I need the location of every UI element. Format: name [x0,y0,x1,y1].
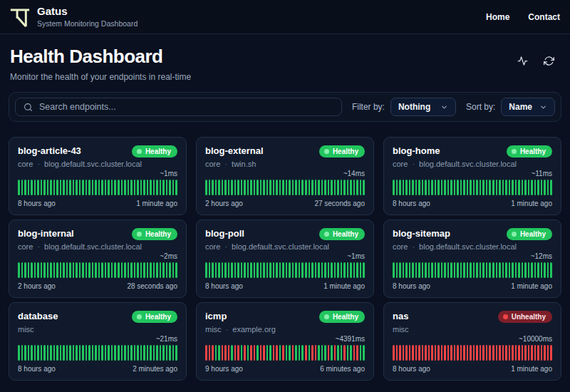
uptime-bar-success[interactable] [305,262,307,278]
uptime-bar-success[interactable] [231,180,233,195]
uptime-bar-success[interactable] [34,345,36,361]
uptime-bar-success[interactable] [153,345,155,361]
uptime-bar-success[interactable] [403,180,405,195]
uptime-bar-success[interactable] [522,262,524,278]
uptime-bar-failure[interactable] [254,345,256,361]
uptime-bar-success[interactable] [534,262,537,278]
uptime-bar-success[interactable] [279,345,281,361]
uptime-bar-success[interactable] [309,262,311,278]
uptime-bar-success[interactable] [76,180,78,195]
uptime-bar-success[interactable] [470,262,472,278]
uptime-bar-success[interactable] [473,180,475,195]
uptime-bar-success[interactable] [295,262,297,278]
uptime-bar-success[interactable] [279,180,281,195]
uptime-bar-failure[interactable] [403,345,405,361]
uptime-bar-success[interactable] [175,345,177,361]
uptime-bar-success[interactable] [247,345,249,361]
uptime-bar-failure[interactable] [489,345,491,361]
uptime-bar-success[interactable] [118,180,120,195]
uptime-bar-success[interactable] [447,262,450,278]
uptime-bar-success[interactable] [289,180,291,195]
uptime-bar-success[interactable] [128,180,130,195]
uptime-bar-success[interactable] [492,262,494,278]
uptime-bar-success[interactable] [403,262,405,278]
uptime-bar-success[interactable] [393,262,395,278]
uptime-bar-failure[interactable] [418,345,420,361]
uptime-bar-failure[interactable] [405,345,408,361]
uptime-bar-success[interactable] [360,180,362,195]
uptime-bar-success[interactable] [241,180,243,195]
uptime-bar-failure[interactable] [422,345,424,361]
uptime-bar-success[interactable] [431,262,433,278]
uptime-bar-success[interactable] [405,180,408,195]
uptime-bar-failure[interactable] [328,345,330,361]
uptime-bar-success[interactable] [56,345,58,361]
uptime-bar-failure[interactable] [334,345,336,361]
uptime-bar-success[interactable] [502,262,504,278]
uptime-bar-success[interactable] [172,180,175,195]
uptime-bar-success[interactable] [460,262,462,278]
uptime-bar-success[interactable] [121,180,123,195]
uptime-bar-success[interactable] [224,262,227,278]
uptime-bar-success[interactable] [162,345,165,361]
uptime-bar-success[interactable] [321,345,323,361]
nav-home-link[interactable]: Home [486,12,509,22]
uptime-bar-failure[interactable] [496,345,498,361]
uptime-bar-success[interactable] [266,345,269,361]
uptime-bar-success[interactable] [218,262,220,278]
uptime-bar-success[interactable] [31,345,33,361]
uptime-bar-success[interactable] [399,180,401,195]
uptime-bar-success[interactable] [467,180,469,195]
uptime-bar-success[interactable] [531,262,533,278]
uptime-bar-success[interactable] [18,345,20,361]
uptime-bar-success[interactable] [79,345,81,361]
uptime-bar-success[interactable] [160,180,162,195]
uptime-bar-failure[interactable] [353,345,356,361]
uptime-bar-failure[interactable] [356,345,358,361]
uptime-bar-success[interactable] [244,262,246,278]
uptime-bar-success[interactable] [309,345,311,361]
uptime-bar-success[interactable] [315,262,317,278]
uptime-bar-success[interactable] [550,262,552,278]
uptime-bar-success[interactable] [441,262,443,278]
uptime-bar-success[interactable] [256,262,259,278]
uptime-bar-success[interactable] [43,345,46,361]
uptime-bar-success[interactable] [156,345,158,361]
uptime-bar-failure[interactable] [473,345,475,361]
uptime-bar-success[interactable] [88,345,90,361]
uptime-bar-failure[interactable] [492,345,494,361]
uptime-bar-success[interactable] [263,262,265,278]
uptime-bar-success[interactable] [137,345,139,361]
uptime-bar-success[interactable] [140,262,142,278]
sort-select[interactable]: Name [501,98,555,116]
uptime-bar-success[interactable] [143,345,145,361]
uptime-bar-success[interactable] [541,262,543,278]
uptime-bar-failure[interactable] [482,345,484,361]
uptime-bar-success[interactable] [212,180,214,195]
uptime-bar-success[interactable] [111,180,113,195]
uptime-bar-success[interactable] [128,345,130,361]
uptime-bar-failure[interactable] [244,345,246,361]
uptime-bar-success[interactable] [505,180,507,195]
uptime-bar-success[interactable] [69,345,71,361]
uptime-bar-success[interactable] [496,180,498,195]
uptime-bar-failure[interactable] [502,345,504,361]
uptime-bar-success[interactable] [66,262,68,278]
uptime-bar-success[interactable] [108,345,110,361]
uptime-bar-failure[interactable] [537,345,539,361]
uptime-bar-success[interactable] [92,262,94,278]
uptime-bar-success[interactable] [143,180,145,195]
uptime-bar-success[interactable] [37,345,39,361]
uptime-bar-success[interactable] [454,180,456,195]
uptime-bar-success[interactable] [224,180,227,195]
uptime-bar-success[interactable] [286,262,288,278]
uptime-bar-success[interactable] [350,262,352,278]
uptime-bar-success[interactable] [153,180,155,195]
uptime-bar-success[interactable] [53,345,56,361]
uptime-bar-success[interactable] [156,262,158,278]
uptime-bar-success[interactable] [24,345,26,361]
uptime-bar-success[interactable] [299,345,301,361]
uptime-bar-success[interactable] [337,180,339,195]
uptime-bar-success[interactable] [215,345,217,361]
uptime-bar-failure[interactable] [393,345,395,361]
